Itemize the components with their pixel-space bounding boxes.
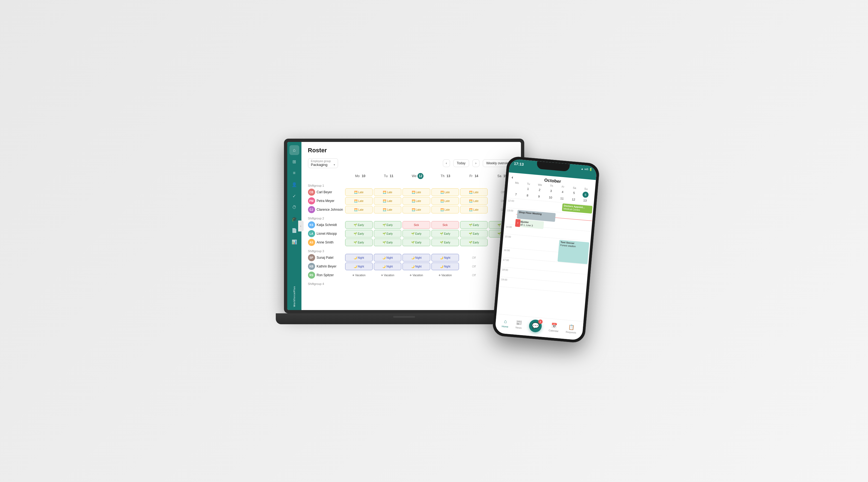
employee-group-dropdown[interactable]: Employee group Packaging ▾ xyxy=(308,158,338,168)
time-label: 19:00 xyxy=(499,277,510,287)
table-row: SP Sunaj Patel 🌙 Night 🌙 Night 🌙 Night 🌙… xyxy=(306,254,517,261)
sidebar-collapse-button[interactable]: › xyxy=(298,221,304,231)
shift-cell[interactable]: 🌱 Early xyxy=(374,230,401,237)
sidebar-item-timer[interactable]: ⏱ xyxy=(289,202,299,212)
shift-cell[interactable]: 🌱 Early xyxy=(374,238,401,246)
shift-cell[interactable]: 🌱 Early xyxy=(345,230,373,237)
chat-button[interactable]: 💬 2 xyxy=(528,319,542,333)
cal-day[interactable]: 11 xyxy=(556,195,568,201)
cal-day[interactable]: 4 xyxy=(556,189,568,196)
scene: ⌂ ⊞ ≡ 👤 ✓ ⏱ 🎓 📄 📊 WorkforcePlus › Roster xyxy=(284,139,584,343)
avatar: CB xyxy=(308,189,315,196)
cal-day-header-we: We xyxy=(534,183,546,187)
shift-cell[interactable]: 🌱 Early xyxy=(374,221,401,229)
shift-cell[interactable]: 🌱 Early xyxy=(345,238,373,246)
shift-cell[interactable]: ✈ Vacation xyxy=(374,271,401,279)
time-schedule: 12:00 Doctors Appoint... Medical Centre … xyxy=(496,198,594,321)
shift-cell[interactable]: 🌅 Late xyxy=(402,206,430,214)
shift-cell[interactable]: 🌅 Late xyxy=(345,206,373,214)
next-week-button[interactable]: › xyxy=(472,159,479,167)
shift-cell[interactable]: 🌙 Night xyxy=(431,263,459,270)
roster-grid: Mo 10 Tu 11 We 12 Th 13 xyxy=(302,171,521,310)
sidebar-item-training[interactable]: 🎓 xyxy=(289,214,299,224)
cal-day[interactable]: 7 xyxy=(510,191,522,197)
cal-day[interactable]: 10 xyxy=(545,194,556,200)
cal-day[interactable]: 13 xyxy=(579,197,591,203)
shift-cell[interactable]: 🌱 Early xyxy=(402,230,430,237)
toolbar: Employee group Packaging ▾ ‹ Today › Wee… xyxy=(302,156,521,171)
name-text: Clarence Johnson xyxy=(317,208,343,212)
shift-cell[interactable]: 🌅 Late xyxy=(345,188,373,196)
news-icon: 📰 xyxy=(516,319,522,326)
phone-nav-calendar[interactable]: 📅 Calendar xyxy=(548,322,559,333)
shift-cell[interactable]: 🌱 Early xyxy=(402,238,430,246)
cal-day-today[interactable]: 6 xyxy=(582,191,589,198)
sidebar-item-schedule[interactable]: ≡ xyxy=(289,168,299,178)
employee-name-anne: AS Anne Smith xyxy=(306,239,344,246)
shift-cell[interactable]: 🌙 Night xyxy=(431,254,459,261)
shift-cell: Off xyxy=(460,271,488,279)
shift-cell[interactable]: 🌱 Early xyxy=(460,230,488,237)
shift-cell[interactable]: 🌙 Night xyxy=(374,254,401,261)
day-header-we: We 12 xyxy=(404,171,431,181)
shift-cell[interactable]: 🌱 Early xyxy=(345,221,373,229)
shift-cell[interactable]: 🌅 Late xyxy=(374,188,401,196)
shift-cell[interactable]: Sick xyxy=(402,221,430,229)
phone-nav-requests[interactable]: 📋 Requests xyxy=(565,324,577,334)
shiftgroup-3-label: Shiftgroup 3 xyxy=(306,247,517,254)
shift-cell[interactable]: 🌅 Late xyxy=(402,197,430,205)
employee-name-carl: CB Carl Beyer xyxy=(306,189,344,196)
phone-nav-home[interactable]: ⌂ Home xyxy=(502,318,509,328)
cal-day[interactable]: 8 xyxy=(522,192,533,198)
prev-week-button[interactable]: ‹ xyxy=(443,159,450,167)
shift-cell[interactable]: 🌅 Late xyxy=(374,206,401,214)
shift-cell[interactable]: ✈ Vacation xyxy=(431,271,459,279)
sidebar-item-employees[interactable]: 👤 xyxy=(289,180,299,189)
cal-day[interactable]: 5 xyxy=(568,190,580,198)
shift-cell[interactable]: 🌱 Early xyxy=(460,221,488,229)
nav-label: News xyxy=(515,326,522,329)
shift-cell[interactable]: 🌱 Early xyxy=(431,238,459,246)
cal-day[interactable]: 12 xyxy=(567,196,579,202)
employee-name-sunaj: SP Sunaj Patel xyxy=(306,254,344,261)
cal-day[interactable]: 9 xyxy=(533,194,545,199)
cal-day-header-su: Su xyxy=(580,187,592,191)
requests-icon: 📋 xyxy=(568,324,575,330)
shift-cell[interactable]: ✈ Vacation xyxy=(402,271,430,279)
shift-cell[interactable]: 🌙 Night xyxy=(402,263,430,270)
shift-cell[interactable]: 🌅 Late xyxy=(431,206,459,214)
phone-month-back[interactable]: ‹ xyxy=(512,175,513,180)
laptop-body: ⌂ ⊞ ≡ 👤 ✓ ⏱ 🎓 📄 📊 WorkforcePlus › Roster xyxy=(284,139,524,313)
phone-nav-news[interactable]: 📰 News xyxy=(515,319,522,329)
shift-cell[interactable]: 🌙 Night xyxy=(345,254,373,261)
shift-cell[interactable]: 🌅 Late xyxy=(460,197,488,205)
shift-cell[interactable]: 🌙 Night xyxy=(374,263,401,270)
shift-cell[interactable]: 🌅 Late xyxy=(460,188,488,196)
shift-cell[interactable]: 🌅 Late xyxy=(431,188,459,196)
shift-cell[interactable]: 🌅 Late xyxy=(374,197,401,205)
phone-nav-chat[interactable]: 💬 2 xyxy=(528,319,542,333)
sidebar-item-tasks[interactable]: ✓ xyxy=(289,191,299,201)
shift-cell[interactable]: 🌱 Early xyxy=(431,230,459,237)
shift-cell[interactable]: 🌙 Night xyxy=(402,254,430,261)
sidebar-item-home[interactable]: ⌂ xyxy=(289,145,299,155)
table-row: CB Carl Beyer 🌅 Late 🌅 Late 🌅 Late 🌅 Lat… xyxy=(306,188,517,196)
name-text: Sunaj Patel xyxy=(317,256,333,260)
shift-cell[interactable]: 🌙 Night xyxy=(345,263,373,270)
doctors-appoint-event[interactable]: Doctors Appoint... Medical Centre xyxy=(562,203,592,214)
employee-name-kathrin: KB Kathrin Beyer xyxy=(306,263,344,270)
sidebar-item-reports[interactable]: 📊 xyxy=(289,237,299,247)
shift-cell[interactable]: Sick xyxy=(431,221,459,229)
shift-cell[interactable]: 🌅 Late xyxy=(431,197,459,205)
sidebar-item-documents[interactable]: 📄 xyxy=(289,225,299,235)
sidebar-item-dashboard[interactable]: ⊞ xyxy=(289,157,299,166)
shiftgroup-1-label: Shiftgroup 1 xyxy=(306,182,517,188)
shift-cell[interactable]: 🌅 Late xyxy=(345,197,373,205)
time-label: 17:00 xyxy=(500,257,512,267)
today-button[interactable]: Today xyxy=(453,159,469,167)
shift-cell[interactable]: 🌱 Early xyxy=(460,238,488,246)
shift-cell[interactable]: 🌅 Late xyxy=(460,206,488,214)
shift-cell[interactable]: 🌅 Late xyxy=(402,188,430,196)
laptop-screen: ⌂ ⊞ ≡ 👤 ✓ ⏱ 🎓 📄 📊 WorkforcePlus › Roster xyxy=(287,142,521,310)
shift-cell[interactable]: ✈ Vacation xyxy=(345,271,373,279)
